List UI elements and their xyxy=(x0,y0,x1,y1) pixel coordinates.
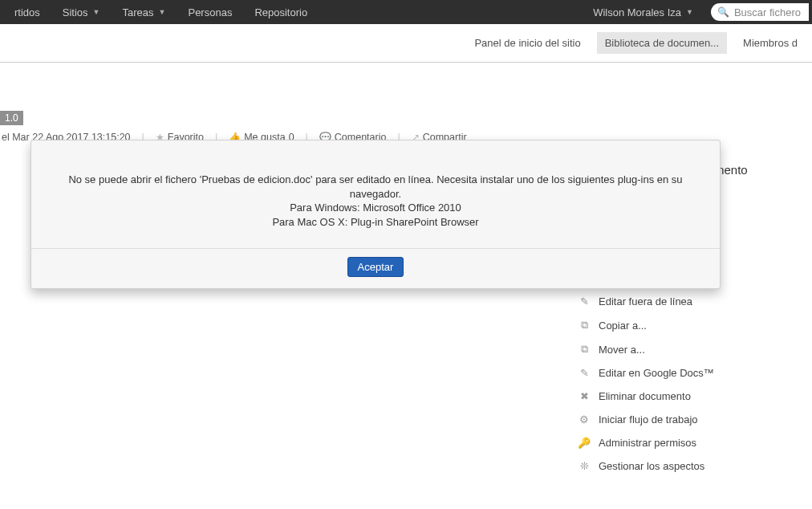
modal-message-line3: Para Mac OS X: Plug-in SharePoint Browse… xyxy=(47,215,704,230)
delete-icon: ✖ xyxy=(578,390,591,402)
action-delete-document[interactable]: ✖ Eliminar documento xyxy=(578,390,812,402)
action-edit-offline[interactable]: ✎ Editar fuera de línea xyxy=(578,295,812,307)
version-badge: 1.0 xyxy=(0,111,23,125)
pencil-icon: ✎ xyxy=(578,367,591,379)
top-navbar: rtidos Sitios ▼ Tareas ▼ Personas Reposi… xyxy=(0,0,812,24)
nav-item-label: rtidos xyxy=(14,6,40,18)
key-icon: 🔑 xyxy=(578,437,591,449)
nav-item-sitios[interactable]: Sitios ▼ xyxy=(51,6,112,18)
pencil-icon: ✎ xyxy=(578,295,591,307)
modal-body: No se puede abrir el fichero 'Pruebas de… xyxy=(31,140,720,249)
action-manage-aspects[interactable]: ❊ Gestionar los aspectos xyxy=(578,460,812,472)
site-tabs: Panel de inicio del sitio Biblioteca de … xyxy=(0,24,812,63)
action-label: Editar fuera de línea xyxy=(599,295,692,307)
tab-biblioteca-documentos[interactable]: Biblioteca de documen... xyxy=(597,32,727,54)
action-manage-permissions[interactable]: 🔑 Administrar permisos xyxy=(578,437,812,449)
action-label: Copiar a... xyxy=(599,320,647,332)
search-placeholder: Buscar fichero xyxy=(734,6,801,18)
modal-message-line2: Para Windows: Microsoft Office 2010 xyxy=(47,201,704,215)
nav-item-compartidos[interactable]: rtidos xyxy=(3,6,51,18)
nav-item-label: Sitios xyxy=(63,6,88,18)
modal-message-line1: No se puede abrir el fichero 'Pruebas de… xyxy=(47,173,704,201)
search-container: 🔍 Buscar fichero xyxy=(711,3,809,21)
caret-down-icon: ▼ xyxy=(686,8,693,16)
action-move-to[interactable]: ⧉ Mover a... xyxy=(578,343,812,356)
action-label: Gestionar los aspectos xyxy=(599,460,704,472)
user-name-label: Wilson Morales Iza xyxy=(593,6,681,18)
nav-item-label: Personas xyxy=(188,6,232,18)
nav-item-label: Tareas xyxy=(123,6,154,18)
error-modal: No se puede abrir el fichero 'Pruebas de… xyxy=(30,140,721,289)
action-label: Eliminar documento xyxy=(599,390,691,402)
nav-item-personas[interactable]: Personas xyxy=(177,6,243,18)
modal-footer: Aceptar xyxy=(31,249,720,288)
tab-panel-inicio[interactable]: Panel de inicio del sitio xyxy=(466,32,588,54)
caret-down-icon: ▼ xyxy=(93,8,100,16)
nav-item-repositorio[interactable]: Repositorio xyxy=(243,6,319,18)
search-icon: 🔍 xyxy=(717,6,729,18)
gear-icon: ❊ xyxy=(578,460,591,472)
user-menu[interactable]: Wilson Morales Iza ▼ xyxy=(582,6,704,18)
copy-icon: ⧉ xyxy=(578,319,591,332)
action-label: Administrar permisos xyxy=(599,437,696,449)
accept-button[interactable]: Aceptar xyxy=(347,257,404,277)
caret-down-icon: ▼ xyxy=(159,8,166,16)
workflow-icon: ⚙ xyxy=(578,413,591,426)
action-start-workflow[interactable]: ⚙ Iniciar flujo de trabajo xyxy=(578,413,812,426)
action-label: Editar en Google Docs™ xyxy=(599,367,714,379)
action-label: Iniciar flujo de trabajo xyxy=(599,413,698,426)
action-copy-to[interactable]: ⧉ Copiar a... xyxy=(578,319,812,332)
tab-miembros[interactable]: Miembros d xyxy=(735,32,806,54)
action-edit-google-docs[interactable]: ✎ Editar en Google Docs™ xyxy=(578,367,812,379)
search-input[interactable]: 🔍 Buscar fichero xyxy=(711,3,809,21)
nav-item-tareas[interactable]: Tareas ▼ xyxy=(112,6,177,18)
nav-item-label: Repositorio xyxy=(254,6,307,18)
move-icon: ⧉ xyxy=(578,343,591,356)
action-label: Mover a... xyxy=(599,344,645,356)
